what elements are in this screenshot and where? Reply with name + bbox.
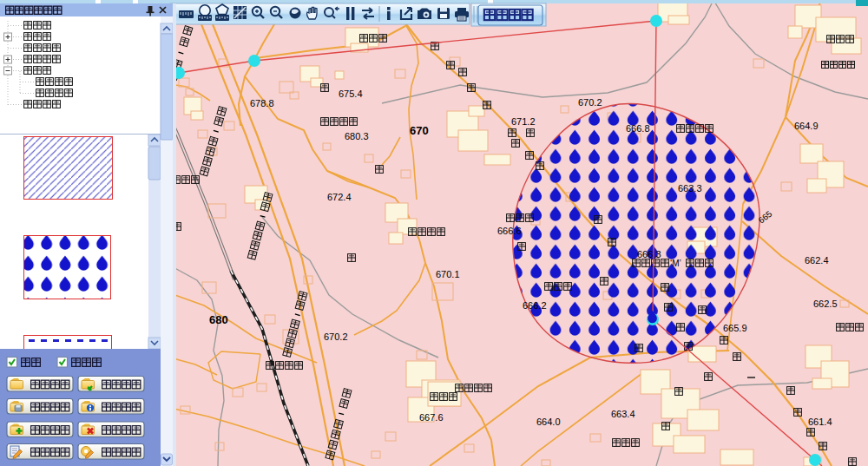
svg-text:663.3: 663.3 [678, 183, 702, 194]
svg-text:662.5: 662.5 [813, 299, 838, 309]
svg-text:678.8: 678.8 [250, 98, 274, 108]
svg-text:662.4: 662.4 [805, 255, 829, 266]
svg-text:666.2: 666.2 [523, 300, 547, 311]
svg-text:663.4: 663.4 [611, 409, 635, 419]
svg-text:670: 670 [410, 124, 429, 137]
svg-text:670.1: 670.1 [436, 269, 460, 279]
svg-text:666.6: 666.6 [497, 226, 522, 236]
svg-text:665.9: 665.9 [723, 323, 747, 333]
svg-text:667.6: 667.6 [419, 412, 444, 423]
svg-text:675.4: 675.4 [339, 89, 363, 99]
svg-text:666.3: 666.3 [637, 249, 661, 259]
svg-text:680: 680 [209, 313, 228, 326]
svg-text:‘M’: ‘M’ [670, 259, 681, 268]
svg-text:680.3: 680.3 [345, 131, 369, 141]
svg-text:670.2: 670.2 [324, 331, 348, 342]
svg-text:666.8: 666.8 [626, 123, 650, 134]
svg-text:664.0: 664.0 [536, 417, 561, 427]
svg-text:670.2: 670.2 [578, 97, 602, 108]
svg-text:671.2: 671.2 [511, 116, 536, 127]
svg-text:661.4: 661.4 [808, 417, 832, 427]
svg-text:664.9: 664.9 [794, 121, 819, 131]
svg-text:672.4: 672.4 [327, 192, 352, 202]
